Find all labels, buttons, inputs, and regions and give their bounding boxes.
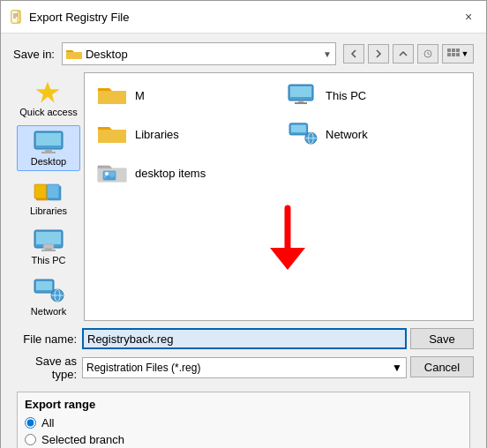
svg-rect-8 — [456, 49, 460, 52]
radio-row-all: All — [25, 416, 462, 429]
save-button[interactable]: Save — [410, 328, 474, 349]
svg-rect-27 — [36, 281, 52, 290]
folder-m-icon — [96, 83, 128, 108]
svg-rect-7 — [452, 49, 455, 52]
title-icon — [10, 10, 24, 24]
file-name-label: File name: — [13, 332, 77, 346]
libraries-icon — [33, 179, 64, 204]
list-item-desktop-items[interactable]: desktop items — [90, 156, 277, 190]
back-icon — [348, 49, 359, 59]
dialog-title: Export Registry File — [29, 11, 129, 24]
sidebar-item-network[interactable]: Network — [17, 273, 80, 321]
sidebar-item-libraries-label: Libraries — [30, 205, 67, 216]
list-item-network-label: Network — [326, 128, 368, 141]
svg-rect-34 — [295, 102, 307, 104]
up-icon — [398, 49, 408, 59]
save-in-combo[interactable]: Desktop ▼ — [62, 42, 336, 65]
sidebar-item-desktop[interactable]: Desktop — [17, 125, 80, 171]
list-item-libraries-label: Libraries — [135, 128, 179, 141]
svg-rect-32 — [290, 86, 311, 97]
folder-desktop-items-icon — [96, 161, 128, 185]
radio-row-branch: Selected branch — [25, 433, 462, 446]
list-item-this-pc-label: This PC — [326, 89, 366, 102]
title-bar: Export Registry File × — [1, 1, 486, 34]
sidebar-item-libraries[interactable]: Libraries — [17, 175, 80, 220]
list-item-libraries[interactable]: Libraries — [90, 117, 277, 151]
bottom-form: File name: Save as type: Registration Fi… — [13, 328, 474, 386]
svg-marker-44 — [270, 248, 305, 270]
svg-rect-24 — [41, 250, 56, 251]
svg-rect-1 — [11, 11, 18, 23]
list-item-m-label: M — [135, 89, 145, 102]
toolbar-buttons: ▼ — [343, 44, 474, 63]
save-in-label: Save in: — [13, 48, 55, 61]
svg-rect-11 — [456, 53, 460, 56]
action-buttons: Save Cancel — [410, 328, 474, 377]
sidebar-item-this-pc-label: This PC — [31, 255, 65, 265]
file-list: M This PC — [84, 72, 474, 321]
title-bar-left: Export Registry File — [10, 10, 129, 24]
save-in-row: Save in: Desktop ▼ — [13, 42, 474, 65]
recent-icon — [423, 49, 433, 59]
file-this-pc-icon — [287, 83, 318, 108]
save-as-value: Registration Files (*.reg) — [86, 362, 200, 374]
folder-libraries-icon — [96, 122, 128, 146]
back-button[interactable] — [343, 44, 364, 63]
export-range: Export range All Selected branch — [17, 392, 470, 448]
sidebar-item-quick-access-label: Quick access — [19, 107, 77, 117]
radio-selected-branch[interactable] — [25, 434, 36, 445]
down-arrow-icon — [261, 204, 314, 274]
sidebar-item-quick-access[interactable]: Quick access — [17, 76, 80, 122]
list-item-this-pc[interactable]: This PC — [281, 78, 468, 112]
svg-rect-14 — [36, 133, 61, 146]
views-button[interactable]: ▼ — [442, 44, 474, 63]
list-item-network[interactable]: Network — [281, 117, 468, 151]
save-as-arrow: ▼ — [392, 362, 402, 374]
this-pc-icon — [33, 228, 64, 253]
views-dropdown-arrow: ▼ — [461, 49, 469, 58]
quick-access-icon — [33, 80, 64, 105]
sidebar: Quick access Desktop — [13, 72, 84, 321]
export-registry-dialog: Export Registry File × Save in: Desktop … — [0, 0, 487, 448]
list-item-m[interactable]: M — [90, 78, 277, 112]
save-in-dropdown-arrow: ▼ — [323, 49, 332, 59]
folder-icon-combo — [66, 48, 82, 60]
form-fields: File name: Save as type: Registration Fi… — [13, 328, 407, 386]
up-button[interactable] — [393, 44, 414, 63]
svg-rect-9 — [447, 53, 451, 56]
svg-rect-25 — [43, 244, 54, 249]
arrow-indicator — [90, 195, 468, 274]
sidebar-item-this-pc[interactable]: This PC — [17, 224, 80, 270]
file-name-input[interactable] — [82, 328, 407, 349]
svg-rect-16 — [41, 152, 56, 153]
forward-icon — [373, 49, 384, 59]
file-network-icon — [287, 122, 318, 146]
radio-all-label: All — [41, 416, 54, 429]
file-name-row: File name: — [13, 328, 407, 349]
svg-rect-36 — [291, 125, 306, 132]
save-as-label: Save as type: — [13, 355, 77, 381]
forward-button[interactable] — [368, 44, 389, 63]
save-in-value: Desktop — [86, 48, 319, 61]
svg-point-42 — [105, 172, 109, 175]
recent-button[interactable] — [417, 44, 438, 63]
sidebar-item-desktop-label: Desktop — [31, 156, 66, 167]
svg-rect-10 — [452, 53, 455, 56]
network-icon — [33, 278, 64, 304]
close-button[interactable]: × — [460, 8, 477, 26]
list-item-desktop-items-label: desktop items — [135, 167, 206, 180]
save-as-combo[interactable]: Registration Files (*.reg) ▼ — [82, 357, 407, 378]
save-as-type-row: Save as type: Registration Files (*.reg)… — [13, 355, 407, 381]
svg-rect-6 — [447, 49, 451, 52]
export-range-title: Export range — [25, 398, 462, 411]
svg-rect-20 — [47, 184, 59, 198]
views-icon — [447, 49, 461, 59]
svg-marker-12 — [35, 82, 59, 103]
svg-rect-18 — [34, 184, 47, 198]
cancel-button[interactable]: Cancel — [410, 356, 474, 377]
svg-rect-22 — [36, 232, 61, 244]
content-area: Quick access Desktop — [13, 72, 474, 321]
desktop-icon — [33, 130, 64, 154]
radio-all[interactable] — [25, 417, 36, 429]
dialog-body: Save in: Desktop ▼ — [1, 34, 486, 448]
